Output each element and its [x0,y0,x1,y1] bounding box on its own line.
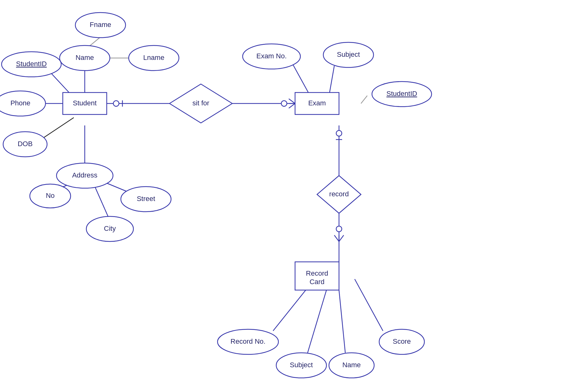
student-zero-one-circle [113,101,119,106]
exam-record-circle [336,130,342,136]
er-diagram: Student Exam Record Card sit for record … [0,0,565,392]
name-label: Name [76,54,94,61]
dob-label: DOB [18,140,33,148]
studentid-exam-label: StudentID [386,90,417,98]
phone-label: Phone [10,99,30,107]
rc-subject-connector [308,290,326,353]
street-label: Street [137,195,155,203]
name-rc-label: Name [342,361,361,369]
examno-label: Exam No. [256,52,287,60]
lname-label: Lname [143,54,164,61]
student-label: Student [73,99,97,107]
dob-student-connector [41,118,74,140]
rc-name-connector [339,290,345,353]
record-no-label: Record No. [230,337,265,345]
address-city-connector [94,185,108,217]
crows-foot-bottom [289,103,295,108]
rc-score-connector [355,279,383,331]
record-card-label-line1: Record [306,269,328,277]
crows-foot2-left [334,235,339,241]
record-label: record [329,190,349,198]
crows-foot2-right [339,235,344,241]
examno-exam-connector [292,63,309,94]
subject-exam-label: Subject [337,50,360,58]
sit-for-label: sit for [192,99,209,107]
city-label: City [104,225,116,232]
score-label: Score [393,337,411,345]
address-label: Address [72,171,98,179]
no-label: No [46,192,55,199]
studentid-student-label: StudentID [16,60,47,68]
exam-zero-many-circle [281,101,287,106]
fname-label: Fname [90,21,111,29]
exam-label: Exam [308,99,326,107]
subject-rc-label: Subject [290,361,313,369]
record-zero-many-circle [336,226,342,232]
fname-name-connector [89,37,100,46]
record-card-label-line2: Card [309,278,325,286]
subject-exam-connector [330,66,334,93]
crows-foot-top [289,99,295,103]
studentid-exam-connector [361,96,367,103]
